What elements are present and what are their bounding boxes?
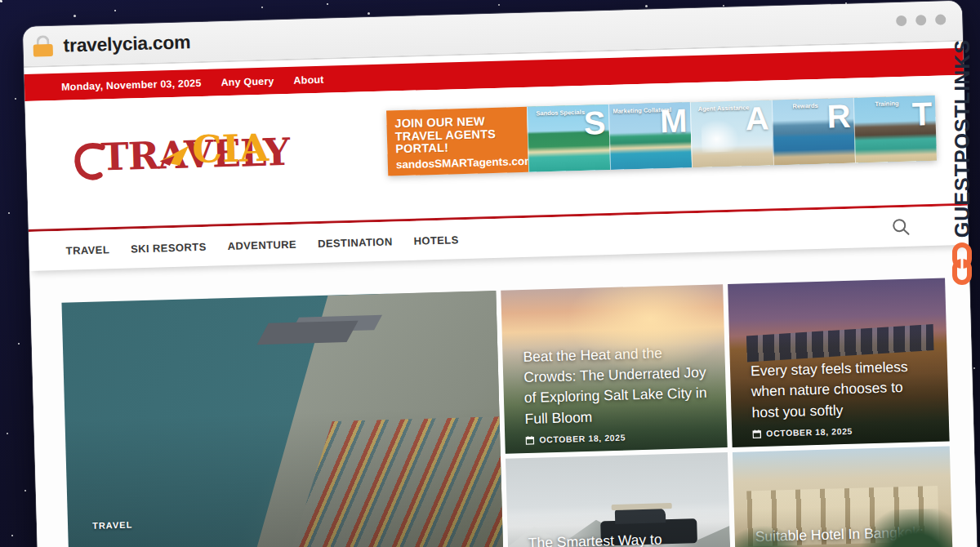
post-title[interactable]: Every stay feels timeless when nature ch… <box>751 356 931 423</box>
post-title[interactable]: Suitable Hotel In Bangkok: A <box>755 522 934 547</box>
ad-headline: JOIN OUR NEW TRAVEL AGENTS PORTAL! <box>394 114 521 156</box>
ad-segment-letter: M <box>660 104 688 137</box>
watermark-text: GUESTPOSTLINKS <box>951 39 974 238</box>
ad-segment-letter: S <box>583 106 606 140</box>
ad-segment-letter: T <box>911 97 933 131</box>
ad-segment-rewards: Rewards R <box>772 98 855 166</box>
post-card[interactable]: Suitable Hotel In Bangkok: A <box>733 447 954 547</box>
logo-text-primary: TRAVELY <box>100 133 161 193</box>
category-badge[interactable]: TRAVEL <box>92 519 133 530</box>
ad-segment-label: Training <box>857 99 917 108</box>
nav-item-destination[interactable]: DESTINATION <box>318 235 393 250</box>
logo-arrow-icon <box>158 142 191 167</box>
featured-post-card[interactable]: TRAVEL <box>61 291 505 547</box>
site-logo[interactable]: TRAVELY CIA <box>71 126 262 199</box>
nav-item-hotels[interactable]: HOTELS <box>413 233 459 247</box>
address-bar[interactable]: travelycia.com <box>63 31 190 56</box>
chain-link-icon <box>948 242 976 285</box>
post-caption: Suitable Hotel In Bangkok: A <box>755 522 934 547</box>
ad-segment-marketing: Marketing Collateral M <box>608 102 692 170</box>
nav-item-adventure[interactable]: ADVENTURE <box>227 238 296 251</box>
topbar-link-about[interactable]: About <box>293 73 323 86</box>
post-caption: Beat the Heat and the Crowds: The Underr… <box>523 341 709 445</box>
watermark: GUESTPOSTLINKS <box>944 39 980 285</box>
topbar-link-any-query[interactable]: Any Query <box>220 75 274 88</box>
ad-banner[interactable]: JOIN OUR NEW TRAVEL AGENTS PORTAL! sando… <box>386 96 937 176</box>
nav-item-travel[interactable]: TRAVEL <box>65 243 109 256</box>
ad-segment-label: Sandos Specials <box>530 109 590 118</box>
current-date: Monday, November 03, 2025 <box>61 77 202 92</box>
ad-segment-assistance: Agent Assistance A <box>690 100 773 167</box>
content-area: TRAVEL Beat the Heat and the Crowds: The… <box>29 245 978 547</box>
post-grid: TRAVEL Beat the Heat and the Crowds: The… <box>61 278 954 547</box>
scene: travelycia.com Monday, November 03, 2025… <box>0 0 980 547</box>
logo-text-secondary: CIA <box>192 126 262 196</box>
ad-segment-training: Training T <box>853 96 937 163</box>
browser-window: travelycia.com Monday, November 03, 2025… <box>23 1 980 547</box>
window-control-dot[interactable] <box>935 14 946 24</box>
window-control-dot[interactable] <box>915 15 926 25</box>
ad-banner-copy: JOIN OUR NEW TRAVEL AGENTS PORTAL! sando… <box>386 107 528 176</box>
post-card[interactable]: The Smartest Way to Explore <box>506 452 732 547</box>
ad-segment-letter: R <box>826 100 851 133</box>
search-icon[interactable] <box>891 217 911 238</box>
calendar-icon <box>752 429 761 438</box>
nav-item-ski-resorts[interactable]: SKI RESORTS <box>131 240 207 255</box>
ad-segment-specials: Sandos Specials S <box>527 105 610 172</box>
lock-icon <box>33 35 53 57</box>
ad-site-url: sandosSMARTagents.com <box>396 155 522 171</box>
calendar-icon <box>525 435 534 444</box>
post-title[interactable]: Beat the Heat and the Crowds: The Underr… <box>523 341 709 429</box>
post-card[interactable]: Beat the Heat and the Crowds: The Underr… <box>501 284 727 454</box>
post-caption: Every stay feels timeless when nature ch… <box>751 356 932 438</box>
image-shade <box>61 291 505 547</box>
post-card[interactable]: Every stay feels timeless when nature ch… <box>728 278 949 447</box>
ad-segment-letter: A <box>745 102 769 136</box>
site-header: TRAVELY CIA JOIN OUR NEW TRAVEL AGENTS P… <box>25 75 968 229</box>
window-controls <box>896 14 946 26</box>
window-control-dot[interactable] <box>896 16 906 26</box>
